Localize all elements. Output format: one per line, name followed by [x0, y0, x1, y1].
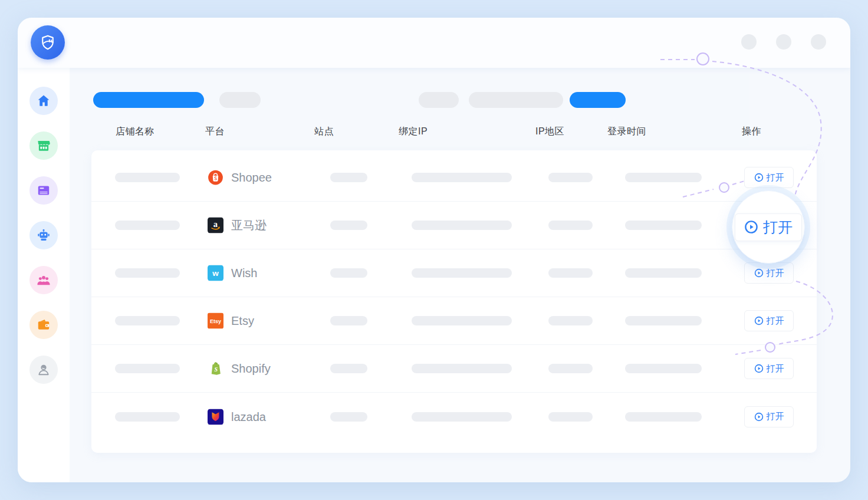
user-icon: [36, 362, 51, 377]
open-button[interactable]: 打开: [744, 358, 794, 379]
login-time-placeholder: [625, 221, 702, 230]
login-time-placeholder: [625, 268, 702, 278]
bound-ip-placeholder: [412, 221, 512, 230]
shopee-icon: [208, 170, 223, 186]
table-row: S Shopify 打开: [91, 345, 817, 393]
platform-name: Shopify: [231, 362, 271, 376]
table-row: w Wish 打开: [91, 249, 817, 297]
bound-ip-placeholder: [412, 173, 512, 182]
cards-icon: [36, 183, 51, 198]
open-button[interactable]: 打开: [744, 310, 794, 331]
play-icon: [754, 412, 764, 422]
table-row: lazada 打开: [91, 393, 817, 440]
store-table: Shopee 打开 a 亚马逊 打开 w Wis: [91, 150, 817, 453]
app-logo[interactable]: [31, 25, 65, 60]
sidebar-item-home[interactable]: [29, 87, 58, 115]
wish-icon: w: [208, 265, 223, 281]
bound-ip-placeholder: [412, 364, 512, 373]
table-row: Shopee 打开: [91, 154, 817, 202]
store-icon: [36, 138, 51, 153]
store-name-placeholder: [115, 316, 180, 325]
column-header: 平台: [205, 126, 225, 138]
sidebar-item-team[interactable]: [29, 266, 58, 294]
table-row: a 亚马逊 打开: [91, 202, 817, 249]
open-button[interactable]: 打开: [744, 262, 794, 284]
wallet-icon: [36, 317, 51, 333]
table-row: Etsy Etsy 打开: [91, 297, 817, 345]
site-placeholder: [330, 268, 367, 278]
window-dot[interactable]: [741, 34, 757, 50]
shield-logo-icon: [36, 31, 60, 54]
site-placeholder: [330, 173, 367, 182]
sidebar-item-store[interactable]: [29, 131, 58, 160]
ip-region-placeholder: [548, 221, 593, 230]
play-icon: [754, 316, 764, 325]
open-button-label: 打开: [763, 218, 793, 237]
site-placeholder: [330, 221, 367, 230]
table-header: 店铺名称平台站点绑定IPIP地区登录时间操作: [70, 126, 850, 143]
bound-ip-placeholder: [412, 412, 512, 422]
home-icon: [36, 93, 51, 108]
column-header: 登录时间: [607, 126, 646, 138]
store-name-placeholder: [115, 221, 180, 230]
platform-name: 亚马逊: [231, 218, 267, 233]
ip-region-placeholder: [548, 364, 593, 373]
app-window: 店铺名称平台站点绑定IPIP地区登录时间操作 Shopee 打开 a 亚马逊: [18, 18, 850, 482]
login-time-placeholder: [625, 173, 702, 182]
play-icon: [744, 220, 758, 234]
ip-region-placeholder: [548, 316, 593, 325]
open-button-label: 打开: [767, 363, 784, 374]
platform-name: Wish: [231, 267, 257, 280]
column-header: 站点: [314, 126, 334, 138]
amazon-icon: a: [208, 218, 223, 233]
play-icon: [754, 268, 764, 278]
topbar: [18, 18, 850, 68]
sidebar-item-robot[interactable]: [29, 221, 58, 249]
store-name-placeholder: [115, 268, 180, 278]
robot-icon: [36, 228, 51, 243]
svg-text:Etsy: Etsy: [210, 318, 221, 324]
toolbar-pill[interactable]: [469, 92, 563, 108]
login-time-placeholder: [625, 364, 702, 373]
open-button-label: 打开: [767, 172, 784, 183]
site-placeholder: [330, 412, 367, 422]
toolbar-pill[interactable]: [93, 92, 204, 108]
open-button[interactable]: 打开: [744, 406, 794, 427]
team-icon: [36, 272, 51, 288]
svg-text:S: S: [215, 366, 218, 373]
login-time-placeholder: [625, 316, 702, 325]
sidebar-item-wallet[interactable]: [29, 311, 58, 339]
open-button-label: 打开: [767, 411, 784, 422]
window-controls: [741, 34, 826, 50]
sidebar: [18, 68, 70, 482]
sidebar-item-cards[interactable]: [29, 176, 58, 205]
open-button[interactable]: 打开: [744, 167, 794, 188]
play-icon: [754, 364, 764, 373]
bound-ip-placeholder: [412, 268, 512, 278]
toolbar-pill[interactable]: [570, 92, 626, 108]
main-content: 店铺名称平台站点绑定IPIP地区登录时间操作 Shopee 打开 a 亚马逊: [70, 68, 850, 482]
column-header: 绑定IP: [399, 126, 428, 138]
platform-name: Shopee: [231, 171, 272, 185]
ip-region-placeholder: [548, 412, 593, 422]
open-button-label: 打开: [767, 268, 784, 279]
site-placeholder: [330, 316, 367, 325]
store-name-placeholder: [115, 412, 180, 422]
platform-name: lazada: [231, 410, 266, 423]
toolbar-pill[interactable]: [219, 92, 261, 108]
sidebar-item-user[interactable]: [29, 356, 58, 384]
open-button-magnified[interactable]: 打开: [735, 213, 802, 241]
column-header: 店铺名称: [116, 126, 154, 138]
toolbar-pill[interactable]: [419, 92, 459, 108]
store-name-placeholder: [115, 364, 180, 373]
store-name-placeholder: [115, 173, 180, 182]
window-dot[interactable]: [811, 34, 826, 50]
window-dot[interactable]: [776, 34, 791, 50]
open-button-label: 打开: [767, 315, 784, 327]
bound-ip-placeholder: [412, 316, 512, 325]
column-header: 操作: [742, 126, 761, 138]
etsy-icon: Etsy: [208, 313, 223, 329]
svg-text:w: w: [212, 269, 219, 278]
ip-region-placeholder: [548, 268, 593, 278]
platform-name: Etsy: [231, 314, 254, 328]
